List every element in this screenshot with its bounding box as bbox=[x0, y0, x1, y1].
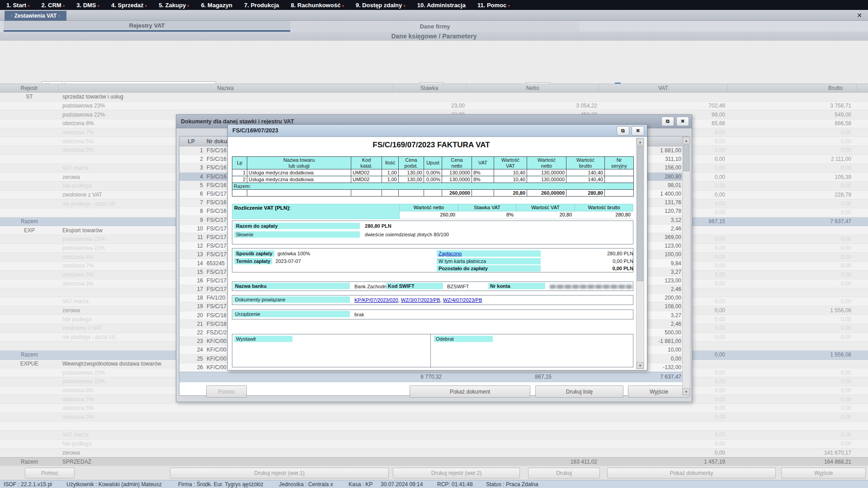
table-row[interactable]: STsprzedaż towarów i usług bbox=[0, 93, 868, 102]
pokaz-dokumenty-button[interactable]: Pokaż dokumenty bbox=[607, 468, 776, 479]
close-icon[interactable]: ✖ bbox=[632, 126, 644, 136]
column-header[interactable]: Rejestr bbox=[0, 84, 59, 92]
maximize-icon[interactable]: ⧉ bbox=[617, 126, 629, 136]
nr-dokumentu-cell: FS/C/17 bbox=[207, 303, 228, 310]
table-row[interactable]: VAT marża0,000,00 bbox=[0, 431, 868, 440]
column-header[interactable]: Netto bbox=[467, 84, 599, 92]
pozostalo-value: 0,00 PLN bbox=[543, 266, 633, 271]
menu-item[interactable]: 7. Produkcja bbox=[244, 2, 279, 9]
cell: 164 868,21 bbox=[728, 459, 857, 465]
cell: 1 556,06 bbox=[728, 352, 857, 358]
menu-item[interactable]: 6. Magazyn bbox=[201, 2, 232, 9]
lp-column-header[interactable]: LP bbox=[179, 138, 203, 145]
table-row[interactable]: zerowa0,00141 670,17 bbox=[0, 449, 868, 458]
menu-item[interactable]: 3. DMS▾ bbox=[76, 2, 99, 9]
column-header[interactable]: VAT bbox=[599, 84, 728, 92]
nr-dokumentu-cell: FS/C/16 bbox=[207, 164, 228, 171]
dokumenty-powiazane-label: Dokumenty powiązane bbox=[233, 296, 350, 303]
table-row[interactable]: obniżona 5%0,000,00 bbox=[0, 404, 868, 413]
status-item: 30.07.2024 09:14 bbox=[381, 481, 423, 488]
lp-cell: 26 bbox=[179, 364, 203, 371]
dialog-wyjscie-button[interactable]: Wyjście bbox=[628, 385, 690, 398]
karta-label: W tym karta płatnicza bbox=[437, 258, 541, 264]
chevron-down-icon: ▾ bbox=[403, 4, 406, 8]
cell: 3 756,71 bbox=[728, 103, 857, 109]
drukuj-rejestr-2-button[interactable]: Drukuj rejestr (wer.2) bbox=[393, 468, 520, 479]
column-header[interactable]: Brutto bbox=[728, 84, 857, 92]
slownie-label: Słownie bbox=[234, 231, 360, 238]
maximize-icon[interactable]: ⧉ bbox=[661, 117, 674, 126]
drukuj-liste-button[interactable]: Drukuj listę bbox=[535, 385, 623, 398]
documents-scrollbar[interactable]: ▲ ▼ bbox=[682, 136, 690, 395]
cell: podstawowa 23% bbox=[59, 103, 392, 109]
razem-row: Razem: bbox=[232, 183, 634, 190]
cell: VAT marża bbox=[59, 432, 392, 438]
lp-cell: 21 bbox=[179, 321, 203, 327]
wyjscie-button[interactable]: Wyjście bbox=[781, 468, 866, 479]
sposob-zaplaty-label: Sposób zapłaty bbox=[234, 250, 274, 257]
lp-cell: 13 bbox=[179, 251, 203, 258]
invoice-column-header: Cena netto bbox=[442, 157, 472, 169]
cell: 0,00 bbox=[728, 165, 857, 171]
divider bbox=[430, 334, 431, 368]
table-row[interactable]: obniżona 3%0,000,00 bbox=[0, 413, 868, 422]
nr-dokumentu-cell: KF/C/00 bbox=[207, 347, 228, 353]
linked-document[interactable]: WZ/3/07/2023/PB bbox=[401, 297, 440, 303]
dialog-pomoc-button[interactable]: Pomoc bbox=[206, 385, 247, 398]
chevron-down-icon: ▾ bbox=[145, 4, 147, 8]
invoice-dialog-titlebar[interactable]: FS/C/169/07/2023 ⧉ ✖ bbox=[228, 125, 647, 137]
scroll-up-icon[interactable]: ▲ bbox=[637, 138, 644, 145]
cell: 886,58 bbox=[728, 120, 857, 127]
menu-item[interactable]: 11. Pomoc▾ bbox=[477, 2, 510, 9]
tab-rejestry-vat[interactable]: Rejestry VAT bbox=[4, 21, 290, 32]
cell: 0,00 bbox=[728, 405, 857, 411]
menu-item[interactable]: 1. Start▾ bbox=[6, 2, 30, 9]
pokaz-dokument-button[interactable]: Pokaż dokument bbox=[410, 385, 530, 398]
odebral-label: Odebrał bbox=[434, 336, 493, 342]
column-header[interactable]: Stawka bbox=[392, 84, 467, 92]
scroll-down-icon[interactable]: ▼ bbox=[637, 362, 644, 369]
razem-do-zaplaty-label: Razem do zapłaty bbox=[234, 223, 360, 229]
nr-dokumentu-cell: FS/C/17 bbox=[207, 243, 228, 249]
cell: 23,00 bbox=[392, 103, 467, 109]
tab-dane-firmy[interactable]: Dane firmy bbox=[290, 21, 580, 32]
table-row[interactable]: podstawowa 23%23,003 054,22702,493 756,7… bbox=[0, 102, 868, 111]
invoice-column-header: Wartość VAT bbox=[494, 157, 527, 169]
kod-swift-label: Kod SWIFT bbox=[386, 283, 443, 289]
close-icon[interactable]: ✕ bbox=[855, 11, 863, 19]
column-header[interactable]: Nazwa bbox=[59, 84, 392, 92]
table-row[interactable] bbox=[0, 422, 868, 431]
nr-dokumentu-cell: FS/C/17 bbox=[207, 217, 228, 223]
linked-document[interactable]: KP/KP/07/2023/020 bbox=[354, 297, 398, 303]
close-icon[interactable]: ✖ bbox=[676, 117, 689, 126]
nr-dokumentu-cell: FS/C/16 bbox=[207, 147, 228, 154]
pomoc-button[interactable]: Pomoc bbox=[25, 468, 75, 479]
menu-item[interactable]: 5. Zakupy▾ bbox=[159, 2, 189, 9]
menu-item[interactable]: 8. Rachunkowość▾ bbox=[291, 2, 344, 9]
linked-document[interactable]: WZ/4/07/2023/PB bbox=[443, 297, 482, 303]
menu-item[interactable]: 2. CRM▾ bbox=[42, 2, 65, 9]
lp-cell: 6 bbox=[179, 191, 203, 197]
scroll-down-icon[interactable]: ▼ bbox=[683, 388, 690, 395]
menu-item[interactable]: 10. Administracja bbox=[417, 2, 466, 9]
status-item: Jednostka : Centrala x bbox=[279, 481, 333, 488]
table-row[interactable]: RazemSPRZEDAŻ163 411,021 457,19164 868,2… bbox=[0, 457, 868, 466]
tab-zestawienia-vat[interactable]: Zestawienia VAT bbox=[5, 11, 66, 21]
nr-dokumentu-cell: FS/C/17 bbox=[207, 225, 228, 232]
bank-box: Nazwa banku Bank Zachodni WBK S.A. Kod S… bbox=[232, 282, 633, 291]
drukuj-rejestr-1-button[interactable]: Drukuj rejestr (wer.1) bbox=[170, 468, 389, 479]
invoice-scrollbar[interactable]: ▲ ▼ bbox=[636, 138, 644, 369]
table-row[interactable]: Nie podlega0,000,00 bbox=[0, 440, 868, 449]
scroll-up-icon[interactable]: ▲ bbox=[683, 137, 690, 144]
lp-cell: 22 bbox=[179, 329, 203, 336]
scrollbar-thumb[interactable] bbox=[637, 145, 643, 281]
menu-item[interactable]: 9. Dostęp zdalny▾ bbox=[356, 2, 406, 9]
rozliczenie-value: 280,80 bbox=[575, 211, 633, 219]
drukuj-button[interactable]: Drukuj bbox=[528, 468, 600, 479]
scrollbar-thumb[interactable] bbox=[683, 144, 689, 171]
termin-zaplaty-value: 2023-07-07 bbox=[275, 258, 301, 264]
nr-dokumentu-cell: FS/C/18 bbox=[207, 321, 228, 327]
menu-item[interactable]: 4. Sprzedaż▾ bbox=[111, 2, 147, 9]
cell: 0,00 bbox=[728, 298, 857, 305]
zaplacono-link[interactable]: Zapłacono bbox=[439, 251, 462, 256]
